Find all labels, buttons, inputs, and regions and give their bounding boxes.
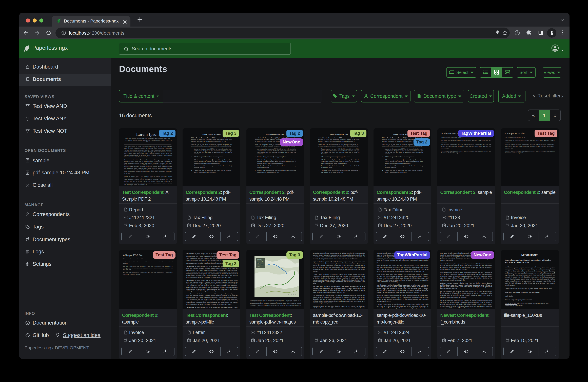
svg-text:■ Day 2: ■ Day 2 xyxy=(257,266,260,267)
svg-text:Boundary: Boundary xyxy=(257,259,262,260)
svg-text:Waters Trip: Waters Trip xyxy=(257,260,263,262)
svg-text:Legend: Legend xyxy=(257,262,260,263)
svg-text:Google Earth: Google Earth xyxy=(288,294,296,296)
svg-text:?: ? xyxy=(27,322,28,324)
svg-text:■ Day 1: ■ Day 1 xyxy=(257,264,260,265)
